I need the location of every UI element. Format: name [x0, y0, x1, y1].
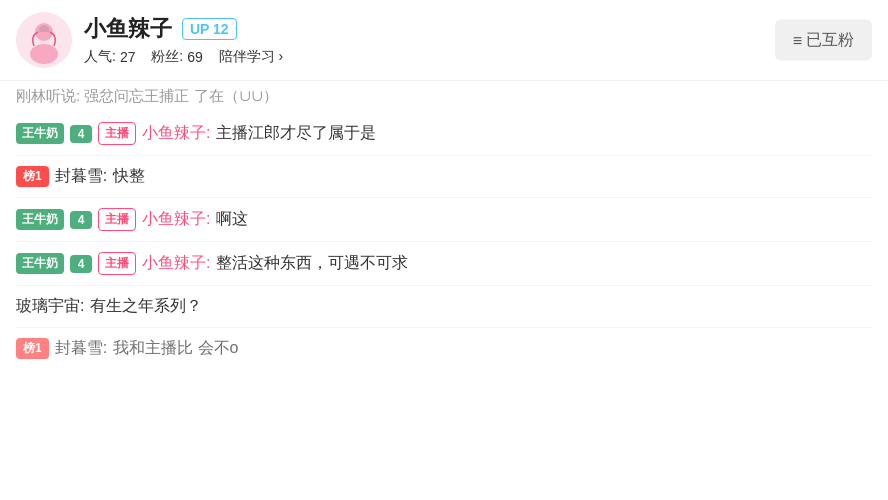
chat-message: 王牛奶 4 主播 小鱼辣子: 整活这种东西，可遇不可求 — [0, 242, 888, 285]
message-content: 快整 — [113, 166, 145, 187]
fans-label: 粉丝: — [151, 48, 183, 66]
chat-area: 王牛奶 4 主播 小鱼辣子: 主播江郎才尽了属于是 榜1 封暮雪: 快整 王牛奶… — [0, 112, 888, 369]
chat-message: 榜1 封暮雪: 快整 — [0, 156, 888, 197]
user-level-badge: 王牛奶 — [16, 209, 64, 230]
host-username: 小鱼辣子: — [142, 253, 210, 274]
follow-button[interactable]: ≡ 已互粉 — [775, 20, 872, 61]
streamer-stats: 人气:27 粉丝:69 陪伴学习 — [84, 48, 283, 66]
message-content: 啊这 — [216, 209, 248, 230]
user-level-badge: 王牛奶 — [16, 123, 64, 144]
avatar — [16, 12, 72, 68]
follow-label: 已互粉 — [806, 30, 854, 51]
chat-message: 榜1 封暮雪: 我和主播比 会不o — [0, 328, 888, 369]
level-number-badge: 4 — [70, 125, 92, 143]
svg-point-1 — [30, 44, 58, 64]
up-badge: UP 12 — [182, 18, 237, 40]
username: 玻璃宇宙: — [16, 296, 84, 317]
message-content: 我和主播比 会不o — [113, 338, 238, 359]
fans-value: 69 — [187, 49, 203, 65]
message-content: 整活这种东西，可遇不可求 — [216, 253, 408, 274]
streamer-name: 小鱼辣子 — [84, 14, 172, 44]
chat-message: 王牛奶 4 主播 小鱼辣子: 主播江郎才尽了属于是 — [0, 112, 888, 155]
profile-header: 小鱼辣子 UP 12 人气:27 粉丝:69 陪伴学习 ≡ 已互粉 — [0, 0, 888, 81]
level-number-badge: 4 — [70, 255, 92, 273]
host-badge: 主播 — [98, 122, 136, 145]
user-level-badge: 王牛奶 — [16, 253, 64, 274]
popularity-value: 27 — [120, 49, 136, 65]
rank-badge: 榜1 — [16, 338, 49, 359]
host-username: 小鱼辣子: — [142, 123, 210, 144]
companion-link[interactable]: 陪伴学习 — [219, 48, 284, 66]
follow-icon: ≡ — [793, 31, 802, 49]
host-badge: 主播 — [98, 208, 136, 231]
message-content: 主播江郎才尽了属于是 — [216, 123, 376, 144]
chat-message: 王牛奶 4 主播 小鱼辣子: 啊这 — [0, 198, 888, 241]
partial-message: 刚林听说: 强忿问忘王捕正 了在（∪∪） — [0, 81, 888, 112]
rank-badge: 榜1 — [16, 166, 49, 187]
streamer-name-row: 小鱼辣子 UP 12 — [84, 14, 283, 44]
streamer-info: 小鱼辣子 UP 12 人气:27 粉丝:69 陪伴学习 — [84, 14, 283, 66]
level-number-badge: 4 — [70, 211, 92, 229]
partial-message-text: 刚林听说: 强忿问忘王捕正 了在（∪∪） — [16, 87, 278, 104]
chat-message: 玻璃宇宙: 有生之年系列？ — [0, 286, 888, 327]
host-username: 小鱼辣子: — [142, 209, 210, 230]
host-badge: 主播 — [98, 252, 136, 275]
popularity-label: 人气: — [84, 48, 116, 66]
username: 封暮雪: — [55, 166, 107, 187]
username: 封暮雪: — [55, 338, 107, 359]
message-content: 有生之年系列？ — [90, 296, 202, 317]
